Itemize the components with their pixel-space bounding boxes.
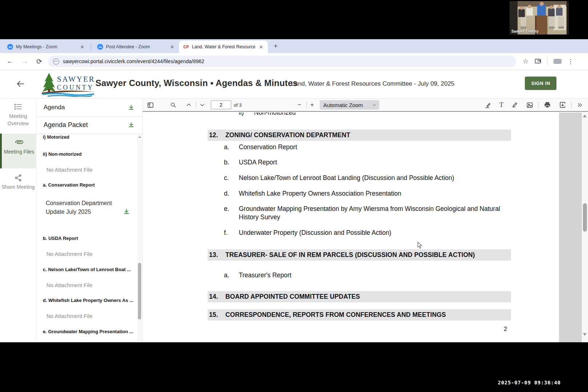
tab-my-meetings[interactable]: zm My Meetings - Zoom ✕	[3, 41, 89, 53]
video-person-seated	[556, 8, 563, 16]
meeting-subtitle: Land, Water & Forest Resources Committee…	[291, 80, 454, 87]
previous-page-icon[interactable]	[186, 102, 192, 108]
highlight-tool-icon[interactable]	[485, 102, 491, 109]
agenda-header-row[interactable]: Agenda	[36, 99, 143, 117]
site-info-icon[interactable]	[53, 58, 59, 65]
download-icon[interactable]	[128, 122, 135, 128]
download-icon[interactable]	[123, 208, 130, 215]
svg-text:SAWYER: SAWYER	[57, 75, 95, 83]
agenda-item: e.Groundwater Mapping Presentation by Am…	[224, 205, 511, 221]
save-icon[interactable]	[559, 101, 566, 109]
recording-timestamp: 2025-07-09 09:36:40	[498, 380, 561, 385]
browser-forward-icon[interactable]: →	[21, 57, 28, 65]
toggle-sidebar-icon[interactable]	[147, 102, 154, 109]
agenda-packet-label: Agenda Packet	[44, 121, 128, 129]
no-attachment-note: No Attachment File	[46, 251, 134, 257]
agenda-item: a.Conservation Report	[224, 143, 511, 151]
tab-post-attendee[interactable]: zm Post Attendee - Zoom ✕	[93, 41, 179, 53]
page-back-arrow-icon[interactable]	[16, 79, 25, 88]
left-nav: Meeting Overview Meeting Files Share Mee…	[0, 99, 36, 342]
download-icon[interactable]	[128, 104, 135, 111]
file-list-item[interactable]: e. Groundwater Mapping Presentation ...	[43, 329, 134, 334]
scroll-down-icon[interactable]	[583, 333, 587, 336]
doc-clipped-line: ii) Non-motorized	[239, 113, 296, 117]
video-person-seated	[518, 9, 525, 17]
pdf-scroll-thumb[interactable]	[583, 203, 587, 232]
zoom-in-button[interactable]: +	[310, 101, 314, 109]
zoom-video-thumbnail[interactable]: Sawyer County	[510, 1, 569, 34]
tab-close-icon[interactable]: ✕	[258, 44, 264, 50]
browser-back-icon[interactable]: ←	[7, 57, 13, 65]
sidebar-scrollbar[interactable]	[137, 134, 142, 342]
chevron-down-icon	[372, 103, 376, 107]
screen: Sawyer County zm My Meetings - Zoom ✕ zm…	[0, 0, 588, 392]
tab-close-icon[interactable]: ✕	[79, 44, 85, 50]
section-heading-14: 14. BOARD APPOINTED COMMITTEE UPDATES	[208, 291, 511, 302]
draw-tool-icon[interactable]	[511, 102, 518, 109]
video-person-head	[520, 6, 523, 10]
pdf-viewer[interactable]: ii) Non-motorized 12. ZONING/ CONSERVATI…	[143, 113, 588, 342]
search-icon[interactable]	[170, 102, 176, 108]
tab-civicclerk-active[interactable]: CP Land, Water & Forest Resource ✕	[179, 41, 268, 53]
pdf-region: of 3 − + Automatic Zoom T	[143, 99, 588, 342]
more-tools-icon[interactable]	[577, 102, 583, 108]
file-list-item[interactable]: c. Nelson Lake/Town of Lenroot Boat ...	[43, 267, 134, 272]
video-participant-name: Sawyer County	[511, 29, 539, 33]
zoom-level-select[interactable]: Automatic Zoom	[320, 100, 379, 110]
zoom-favicon-icon: zm	[7, 44, 13, 50]
agenda-sidebar: Agenda Agenda Packet i) Motorized ii) No…	[36, 99, 143, 342]
file-list-item[interactable]: i) Motorized	[43, 134, 134, 140]
attachment-label[interactable]: Conservation Department Update July 2025	[46, 199, 120, 216]
video-chair	[520, 16, 526, 29]
sign-in-button[interactable]: SIGN IN	[525, 77, 556, 90]
pdf-toolbar: of 3 − + Automatic Zoom T	[143, 99, 588, 112]
print-icon[interactable]	[544, 101, 551, 109]
text-tool-icon[interactable]: T	[499, 101, 503, 109]
scroll-up-icon[interactable]	[583, 115, 587, 117]
pdf-scrollbar[interactable]	[582, 113, 588, 342]
list-icon	[14, 102, 23, 111]
section-heading-13: 13. TREASURER- SALE OF IN REM PARCELS (D…	[208, 249, 511, 261]
page-number-input[interactable]	[211, 101, 231, 109]
sidebar-item-meeting-overview[interactable]: Meeting Overview	[0, 102, 36, 133]
zoom-favicon-icon: zm	[97, 44, 103, 50]
agenda-label: Agenda	[44, 104, 128, 111]
zoom-out-button[interactable]: −	[298, 101, 301, 109]
image-tool-icon[interactable]	[526, 102, 533, 109]
attachment-file-row[interactable]: Conservation Department Update July 2025	[46, 199, 139, 216]
file-list-item[interactable]: ii) Non-motorized	[43, 151, 134, 157]
file-list-item[interactable]: a. Conservation Report	[43, 182, 134, 188]
browser-menu-icon[interactable]: ⋮	[567, 58, 573, 65]
video-chair	[549, 16, 555, 29]
no-attachment-note: No Attachment File	[46, 313, 134, 319]
scroll-up-icon[interactable]	[138, 136, 142, 138]
search-tabs-icon[interactable]	[534, 58, 542, 65]
address-bar[interactable]: sawyercowi.portal.civicclerk.com/event/4…	[48, 56, 516, 67]
bookmark-star-icon[interactable]: ☆	[523, 57, 528, 65]
agenda-item: a.Treasurer's Report	[224, 271, 511, 279]
sidebar-scroll-thumb[interactable]	[138, 263, 141, 319]
tab-title: Land, Water & Forest Resource	[192, 44, 255, 49]
profile-avatar[interactable]	[554, 59, 562, 64]
browser-reload-icon[interactable]: ⟳	[36, 57, 42, 66]
nav-label: Meeting Files	[4, 149, 34, 155]
sidebar-item-meeting-files[interactable]: Meeting Files	[0, 134, 36, 168]
svg-text:COUNTY: COUNTY	[57, 84, 94, 91]
pdf-page: ii) Non-motorized 12. ZONING/ CONSERVATI…	[143, 113, 559, 342]
file-list-item[interactable]: d. Whitefish Lake Property Owners As ...	[43, 298, 134, 303]
agenda-packet-header-row[interactable]: Agenda Packet	[36, 117, 143, 134]
sidebar-item-share-meeting[interactable]: Share Meeting	[0, 173, 36, 202]
url-text[interactable]: sawyercowi.portal.civicclerk.com/event/4…	[63, 58, 204, 64]
agenda-item: d.Whitefish Lake Property Owners Associa…	[224, 189, 511, 198]
next-page-icon[interactable]	[199, 102, 205, 108]
nav-label: Meeting Overview	[8, 113, 29, 126]
video-chair	[558, 16, 564, 29]
file-list-item[interactable]: b. USDA Report	[43, 236, 134, 241]
video-person-seated	[526, 8, 533, 16]
tab-close-icon[interactable]: ✕	[169, 44, 175, 50]
content-area: Meeting Overview Meeting Files Share Mee…	[0, 99, 588, 342]
section-heading-15: 15. CORRESPONDENCE, REPORTS FROM CONFERE…	[208, 309, 511, 320]
new-tab-button[interactable]: +	[271, 42, 280, 50]
no-attachment-note: No Attachment File	[46, 167, 134, 173]
browser-toolbar: ← → ⟳ sawyercowi.portal.civicclerk.com/e…	[0, 53, 588, 70]
